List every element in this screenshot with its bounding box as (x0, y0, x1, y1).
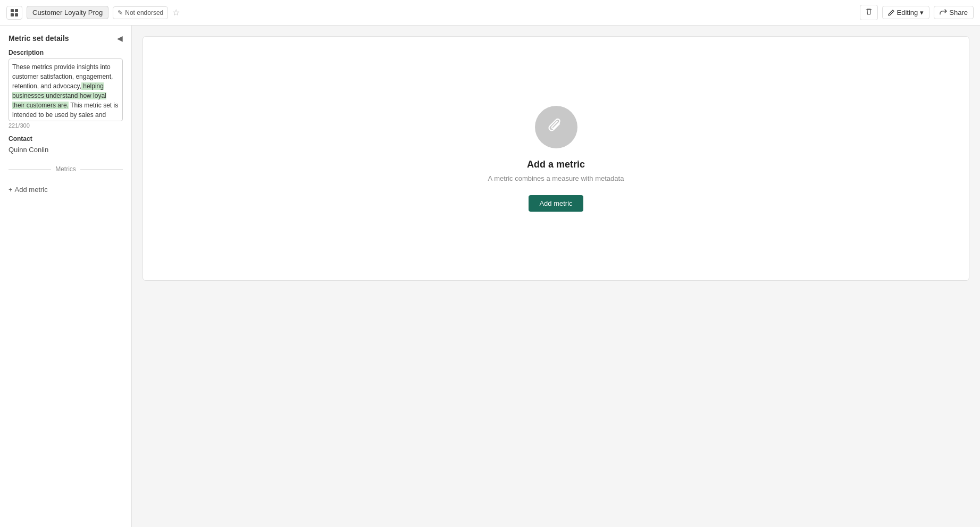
not-endorsed-button[interactable]: ✎ Not endorsed (113, 6, 168, 19)
add-metric-link-label: Add metric (15, 186, 48, 194)
pencil-icon: ✎ (118, 9, 123, 16)
star-icon: ☆ (172, 8, 180, 17)
add-metric-plus-icon: + (9, 186, 13, 194)
metrics-divider-label: Metrics (55, 165, 76, 173)
contact-value: Quinn Conlin (9, 145, 123, 155)
sidebar-title: Metric set details (9, 34, 69, 43)
contact-section: Contact Quinn Conlin (9, 135, 123, 155)
grid-icon-button[interactable] (6, 6, 22, 20)
char-count: 221/300 (9, 122, 123, 129)
share-label: Share (949, 9, 968, 16)
svg-rect-1 (15, 9, 18, 12)
description-content: These metrics provide insights into cust… (12, 62, 119, 121)
contact-label: Contact (9, 135, 123, 143)
svg-rect-0 (11, 9, 14, 12)
collapse-button[interactable]: ◀ (117, 34, 123, 43)
not-endorsed-label: Not endorsed (125, 9, 163, 16)
topbar-right: Editing ▾ Share (860, 5, 974, 20)
collapse-icon: ◀ (117, 34, 123, 43)
tab-title: Customer Loyalty Prog (27, 6, 108, 19)
svg-rect-2 (11, 13, 14, 16)
metric-empty-subtitle: A metric combines a measure with metadat… (488, 174, 624, 182)
edit-icon (888, 9, 895, 16)
delete-button[interactable] (860, 5, 878, 20)
description-box[interactable]: These metrics provide insights into cust… (9, 58, 123, 121)
share-button[interactable]: Share (934, 6, 974, 19)
chevron-down-icon: ▾ (920, 9, 924, 16)
main-layout: Metric set details ◀ Description These m… (0, 26, 980, 527)
topbar-left: Customer Loyalty Prog ✎ Not endorsed ☆ (6, 6, 180, 20)
metric-empty-icon-circle (535, 106, 577, 148)
sidebar-add-metric-button[interactable]: + Add metric (9, 183, 123, 196)
share-icon (940, 9, 947, 16)
content-area: Add a metric A metric combines a measure… (132, 26, 980, 527)
metric-empty-card: Add a metric A metric combines a measure… (143, 36, 969, 281)
add-metric-button[interactable]: Add metric (529, 195, 583, 212)
grid-icon (10, 9, 19, 17)
metric-empty-title: Add a metric (527, 159, 585, 170)
paperclip-icon (547, 118, 566, 137)
metrics-divider: Metrics (9, 165, 123, 173)
svg-rect-3 (15, 13, 18, 16)
star-button[interactable]: ☆ (172, 7, 180, 18)
editing-button[interactable]: Editing ▾ (882, 6, 930, 19)
sidebar: Metric set details ◀ Description These m… (0, 26, 132, 527)
sidebar-header: Metric set details ◀ (9, 34, 123, 43)
description-label: Description (9, 49, 123, 56)
topbar: Customer Loyalty Prog ✎ Not endorsed ☆ E… (0, 0, 980, 26)
editing-label: Editing (897, 9, 918, 16)
trash-icon (865, 7, 873, 16)
description-section: Description These metrics provide insigh… (9, 49, 123, 129)
